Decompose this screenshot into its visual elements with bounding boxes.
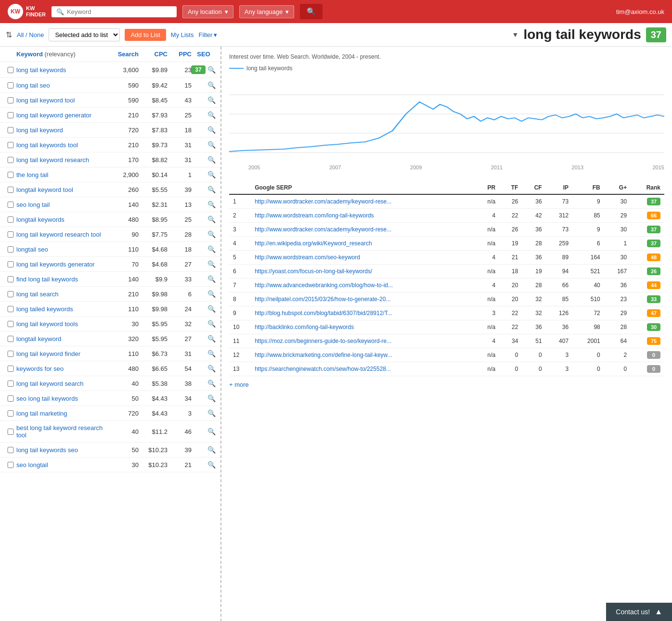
keyword-link[interactable]: the long tail [16,171,105,178]
ppc-col-header[interactable]: PPC [168,51,192,58]
search-icon[interactable]: 🔍 [207,215,216,223]
search-icon[interactable]: 🔍 [207,186,216,193]
row-checkbox[interactable] [5,202,16,208]
row-checkbox[interactable] [5,216,16,223]
row-checkbox[interactable] [5,231,16,238]
seo-col-header[interactable]: SEO [192,51,216,58]
keyword-link[interactable]: long tail seo [16,82,105,89]
keyword-link[interactable]: long tail keyword generator [16,112,105,119]
serp-url-link[interactable]: http://www.brickmarketing.com/define-lon… [255,352,392,358]
row-checkbox[interactable] [5,366,16,372]
search-icon[interactable]: 🔍 [207,260,216,268]
serp-url-link[interactable]: http://www.wordstream.com/seo-keyword [255,254,360,261]
keyword-link[interactable]: long tail keywords generator [16,261,105,268]
row-checkbox[interactable] [5,97,16,103]
search-col-header[interactable]: Search [105,51,139,58]
filter-button[interactable]: Filter ▾ [198,31,217,38]
search-icon[interactable]: 🔍 [207,66,216,74]
row-checkbox[interactable] [5,351,16,357]
row-checkbox[interactable] [5,291,16,297]
row-checkbox[interactable] [5,172,16,178]
row-checkbox[interactable] [5,67,16,73]
keyword-input[interactable] [67,8,172,15]
search-icon[interactable]: 🔍 [207,171,216,178]
serp-url-link[interactable]: http://www.wordtracker.com/academy/keywo… [255,226,391,233]
keyword-link[interactable]: long tail keyword research [16,156,105,164]
row-checkbox[interactable] [5,127,16,133]
search-icon[interactable]: 🔍 [207,380,216,387]
keyword-link[interactable]: seo long tail keywords [16,395,105,402]
keyword-link[interactable]: long tail keyword finder [16,350,105,357]
row-checkbox[interactable] [5,246,16,253]
search-icon[interactable]: 🔍 [207,111,216,119]
search-icon[interactable]: 🔍 [207,394,216,402]
search-icon[interactable]: 🔍 [207,409,216,417]
keyword-link[interactable]: longtail keyword [16,335,105,342]
serp-url-link[interactable]: https://moz.com/beginners-guide-to-seo/k… [255,338,391,344]
search-icon[interactable]: 🔍 [207,156,216,164]
row-checkbox[interactable] [5,447,16,453]
search-icon[interactable]: 🔍 [207,305,216,313]
keyword-link[interactable]: seo long tail [16,201,105,208]
keyword-link[interactable]: long tail keywords tool [16,141,105,149]
search-icon[interactable]: 🔍 [207,350,216,357]
keyword-link[interactable]: long tail marketing [16,410,105,417]
row-checkbox[interactable] [5,395,16,402]
keyword-link[interactable]: longtail keyword tool [16,186,105,193]
search-icon[interactable]: 🔍 [207,290,216,298]
row-checkbox[interactable] [5,462,16,468]
row-checkbox[interactable] [5,429,16,435]
keyword-header-label[interactable]: Keyword [16,51,43,58]
keyword-link[interactable]: long tail keywords seo [16,446,105,454]
row-checkbox[interactable] [5,276,16,282]
serp-url-link[interactable]: http://blog.hubspot.com/blog/tabid/6307/… [255,310,392,317]
sort-icon[interactable]: ⇅ [6,30,12,39]
serp-url-link[interactable]: http://en.wikipedia.org/wiki/Keyword_res… [255,240,372,247]
keyword-link[interactable]: best long tail keyword research tool [16,424,105,439]
serp-url-link[interactable]: http://www.wordtracker.com/academy/keywo… [255,198,391,205]
keyword-link[interactable]: longtail seo [16,246,105,253]
search-icon[interactable]: 🔍 [207,201,216,208]
serp-url-link[interactable]: http://www.wordstream.com/long-tail-keyw… [255,212,374,219]
keyword-link[interactable]: keywords for seo [16,365,105,372]
search-icon[interactable]: 🔍 [207,141,216,149]
search-icon[interactable]: 🔍 [207,275,216,283]
row-checkbox[interactable] [5,380,16,387]
title-dropdown-caret[interactable]: ▼ [512,31,519,38]
keyword-link[interactable]: long tail search [16,291,105,298]
keyword-link[interactable]: long tailed keywords [16,305,105,313]
all-none-toggle[interactable]: All / None [17,31,44,38]
row-checkbox[interactable] [5,410,16,417]
search-icon[interactable]: 🔍 [207,461,216,469]
row-checkbox[interactable] [5,112,16,118]
cpc-col-header[interactable]: CPC [139,51,168,58]
row-checkbox[interactable] [5,187,16,193]
keyword-link[interactable]: long tail keyword tool [16,97,105,104]
search-icon[interactable]: 🔍 [207,81,216,89]
select-action-dropdown[interactable]: Selected add to list [49,28,120,41]
row-checkbox[interactable] [5,336,16,342]
search-icon[interactable]: 🔍 [207,365,216,372]
search-icon[interactable]: 🔍 [207,428,216,435]
my-lists-button[interactable]: My Lists [171,31,194,38]
keyword-link[interactable]: long tail keywords [16,66,105,74]
row-checkbox[interactable] [5,142,16,148]
more-link[interactable]: + more [229,381,249,388]
search-icon[interactable]: 🔍 [207,320,216,328]
language-dropdown[interactable]: Any language ▾ [239,5,295,18]
search-icon[interactable]: 🔍 [207,230,216,238]
search-icon[interactable]: 🔍 [207,245,216,253]
search-icon[interactable]: 🔍 [207,446,216,454]
search-button[interactable]: 🔍 [300,4,323,19]
serp-url-link[interactable]: https://yoast.com/focus-on-long-tail-key… [255,268,372,275]
serp-url-link[interactable]: https://searchenginewatch.com/sew/how-to… [255,366,391,372]
search-icon[interactable]: 🔍 [207,335,216,342]
keyword-link[interactable]: long tail keyword research tool [16,231,105,238]
row-checkbox[interactable] [5,157,16,163]
serp-url-link[interactable]: http://www.advancedwebranking.com/blog/h… [255,282,393,289]
row-checkbox[interactable] [5,261,16,267]
add-to-list-button[interactable]: Add to List [125,29,166,41]
row-checkbox[interactable] [5,82,16,89]
keyword-link[interactable]: seo longtail [16,461,105,469]
search-icon[interactable]: 🔍 [207,96,216,104]
